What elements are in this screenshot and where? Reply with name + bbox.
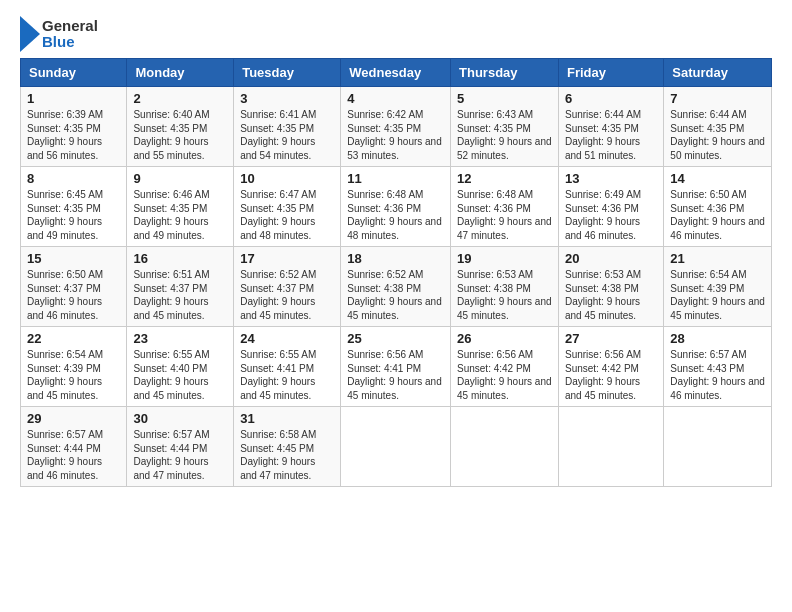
day-number: 3	[240, 91, 334, 106]
day-number: 26	[457, 331, 552, 346]
day-number: 29	[27, 411, 120, 426]
day-number: 9	[133, 171, 227, 186]
cell-text: Sunrise: 6:54 AMSunset: 4:39 PMDaylight:…	[27, 349, 103, 401]
day-number: 6	[565, 91, 657, 106]
day-number: 27	[565, 331, 657, 346]
cell-text: Sunrise: 6:39 AMSunset: 4:35 PMDaylight:…	[27, 109, 103, 161]
cell-text: Sunrise: 6:46 AMSunset: 4:35 PMDaylight:…	[133, 189, 209, 241]
logo-general-text: General	[42, 18, 98, 35]
cell-text: Sunrise: 6:55 AMSunset: 4:41 PMDaylight:…	[240, 349, 316, 401]
calendar-cell: 16 Sunrise: 6:51 AMSunset: 4:37 PMDaylig…	[127, 247, 234, 327]
day-number: 18	[347, 251, 444, 266]
cell-text: Sunrise: 6:53 AMSunset: 4:38 PMDaylight:…	[457, 269, 552, 321]
calendar-week-row: 22 Sunrise: 6:54 AMSunset: 4:39 PMDaylig…	[21, 327, 772, 407]
day-number: 16	[133, 251, 227, 266]
day-number: 11	[347, 171, 444, 186]
day-number: 28	[670, 331, 765, 346]
header-friday: Friday	[558, 59, 663, 87]
calendar-cell: 24 Sunrise: 6:55 AMSunset: 4:41 PMDaylig…	[234, 327, 341, 407]
day-number: 2	[133, 91, 227, 106]
logo-blue-text: Blue	[42, 34, 98, 51]
calendar-cell: 30 Sunrise: 6:57 AMSunset: 4:44 PMDaylig…	[127, 407, 234, 487]
cell-text: Sunrise: 6:52 AMSunset: 4:37 PMDaylight:…	[240, 269, 316, 321]
calendar-cell: 20 Sunrise: 6:53 AMSunset: 4:38 PMDaylig…	[558, 247, 663, 327]
cell-text: Sunrise: 6:56 AMSunset: 4:42 PMDaylight:…	[457, 349, 552, 401]
day-number: 13	[565, 171, 657, 186]
cell-text: Sunrise: 6:50 AMSunset: 4:37 PMDaylight:…	[27, 269, 103, 321]
calendar-week-row: 15 Sunrise: 6:50 AMSunset: 4:37 PMDaylig…	[21, 247, 772, 327]
calendar-cell	[664, 407, 772, 487]
header-monday: Monday	[127, 59, 234, 87]
cell-text: Sunrise: 6:48 AMSunset: 4:36 PMDaylight:…	[347, 189, 442, 241]
cell-text: Sunrise: 6:58 AMSunset: 4:45 PMDaylight:…	[240, 429, 316, 481]
calendar-week-row: 1 Sunrise: 6:39 AMSunset: 4:35 PMDayligh…	[21, 87, 772, 167]
header-wednesday: Wednesday	[341, 59, 451, 87]
cell-text: Sunrise: 6:57 AMSunset: 4:43 PMDaylight:…	[670, 349, 765, 401]
calendar-cell: 17 Sunrise: 6:52 AMSunset: 4:37 PMDaylig…	[234, 247, 341, 327]
calendar-cell: 13 Sunrise: 6:49 AMSunset: 4:36 PMDaylig…	[558, 167, 663, 247]
calendar-cell: 29 Sunrise: 6:57 AMSunset: 4:44 PMDaylig…	[21, 407, 127, 487]
cell-text: Sunrise: 6:42 AMSunset: 4:35 PMDaylight:…	[347, 109, 442, 161]
day-number: 12	[457, 171, 552, 186]
header-tuesday: Tuesday	[234, 59, 341, 87]
cell-text: Sunrise: 6:57 AMSunset: 4:44 PMDaylight:…	[133, 429, 209, 481]
calendar-cell: 26 Sunrise: 6:56 AMSunset: 4:42 PMDaylig…	[451, 327, 559, 407]
cell-text: Sunrise: 6:49 AMSunset: 4:36 PMDaylight:…	[565, 189, 641, 241]
cell-text: Sunrise: 6:41 AMSunset: 4:35 PMDaylight:…	[240, 109, 316, 161]
calendar-header-row: SundayMondayTuesdayWednesdayThursdayFrid…	[21, 59, 772, 87]
calendar-cell	[341, 407, 451, 487]
header-saturday: Saturday	[664, 59, 772, 87]
cell-text: Sunrise: 6:40 AMSunset: 4:35 PMDaylight:…	[133, 109, 209, 161]
calendar-week-row: 29 Sunrise: 6:57 AMSunset: 4:44 PMDaylig…	[21, 407, 772, 487]
calendar-cell: 1 Sunrise: 6:39 AMSunset: 4:35 PMDayligh…	[21, 87, 127, 167]
logo: General Blue	[20, 16, 98, 52]
cell-text: Sunrise: 6:44 AMSunset: 4:35 PMDaylight:…	[565, 109, 641, 161]
calendar-cell: 31 Sunrise: 6:58 AMSunset: 4:45 PMDaylig…	[234, 407, 341, 487]
calendar-cell: 12 Sunrise: 6:48 AMSunset: 4:36 PMDaylig…	[451, 167, 559, 247]
calendar-table: SundayMondayTuesdayWednesdayThursdayFrid…	[20, 58, 772, 487]
calendar-week-row: 8 Sunrise: 6:45 AMSunset: 4:35 PMDayligh…	[21, 167, 772, 247]
day-number: 25	[347, 331, 444, 346]
calendar-cell: 15 Sunrise: 6:50 AMSunset: 4:37 PMDaylig…	[21, 247, 127, 327]
cell-text: Sunrise: 6:45 AMSunset: 4:35 PMDaylight:…	[27, 189, 103, 241]
calendar-cell: 4 Sunrise: 6:42 AMSunset: 4:35 PMDayligh…	[341, 87, 451, 167]
day-number: 30	[133, 411, 227, 426]
calendar-cell: 19 Sunrise: 6:53 AMSunset: 4:38 PMDaylig…	[451, 247, 559, 327]
cell-text: Sunrise: 6:48 AMSunset: 4:36 PMDaylight:…	[457, 189, 552, 241]
calendar-cell: 8 Sunrise: 6:45 AMSunset: 4:35 PMDayligh…	[21, 167, 127, 247]
calendar-cell: 5 Sunrise: 6:43 AMSunset: 4:35 PMDayligh…	[451, 87, 559, 167]
calendar-cell: 2 Sunrise: 6:40 AMSunset: 4:35 PMDayligh…	[127, 87, 234, 167]
header-sunday: Sunday	[21, 59, 127, 87]
calendar-cell: 14 Sunrise: 6:50 AMSunset: 4:36 PMDaylig…	[664, 167, 772, 247]
day-number: 31	[240, 411, 334, 426]
calendar-cell: 22 Sunrise: 6:54 AMSunset: 4:39 PMDaylig…	[21, 327, 127, 407]
day-number: 24	[240, 331, 334, 346]
header: General Blue	[20, 16, 772, 52]
cell-text: Sunrise: 6:54 AMSunset: 4:39 PMDaylight:…	[670, 269, 765, 321]
day-number: 15	[27, 251, 120, 266]
day-number: 21	[670, 251, 765, 266]
cell-text: Sunrise: 6:51 AMSunset: 4:37 PMDaylight:…	[133, 269, 209, 321]
cell-text: Sunrise: 6:55 AMSunset: 4:40 PMDaylight:…	[133, 349, 209, 401]
cell-text: Sunrise: 6:57 AMSunset: 4:44 PMDaylight:…	[27, 429, 103, 481]
cell-text: Sunrise: 6:43 AMSunset: 4:35 PMDaylight:…	[457, 109, 552, 161]
cell-text: Sunrise: 6:50 AMSunset: 4:36 PMDaylight:…	[670, 189, 765, 241]
day-number: 7	[670, 91, 765, 106]
calendar-cell: 25 Sunrise: 6:56 AMSunset: 4:41 PMDaylig…	[341, 327, 451, 407]
day-number: 20	[565, 251, 657, 266]
cell-text: Sunrise: 6:56 AMSunset: 4:41 PMDaylight:…	[347, 349, 442, 401]
calendar-cell: 6 Sunrise: 6:44 AMSunset: 4:35 PMDayligh…	[558, 87, 663, 167]
day-number: 22	[27, 331, 120, 346]
calendar-cell: 3 Sunrise: 6:41 AMSunset: 4:35 PMDayligh…	[234, 87, 341, 167]
calendar-cell	[558, 407, 663, 487]
day-number: 14	[670, 171, 765, 186]
logo-text: General Blue	[42, 18, 98, 51]
calendar-cell: 28 Sunrise: 6:57 AMSunset: 4:43 PMDaylig…	[664, 327, 772, 407]
calendar-cell: 18 Sunrise: 6:52 AMSunset: 4:38 PMDaylig…	[341, 247, 451, 327]
calendar-cell	[451, 407, 559, 487]
header-thursday: Thursday	[451, 59, 559, 87]
day-number: 23	[133, 331, 227, 346]
calendar-cell: 10 Sunrise: 6:47 AMSunset: 4:35 PMDaylig…	[234, 167, 341, 247]
calendar-cell: 21 Sunrise: 6:54 AMSunset: 4:39 PMDaylig…	[664, 247, 772, 327]
calendar-cell: 27 Sunrise: 6:56 AMSunset: 4:42 PMDaylig…	[558, 327, 663, 407]
